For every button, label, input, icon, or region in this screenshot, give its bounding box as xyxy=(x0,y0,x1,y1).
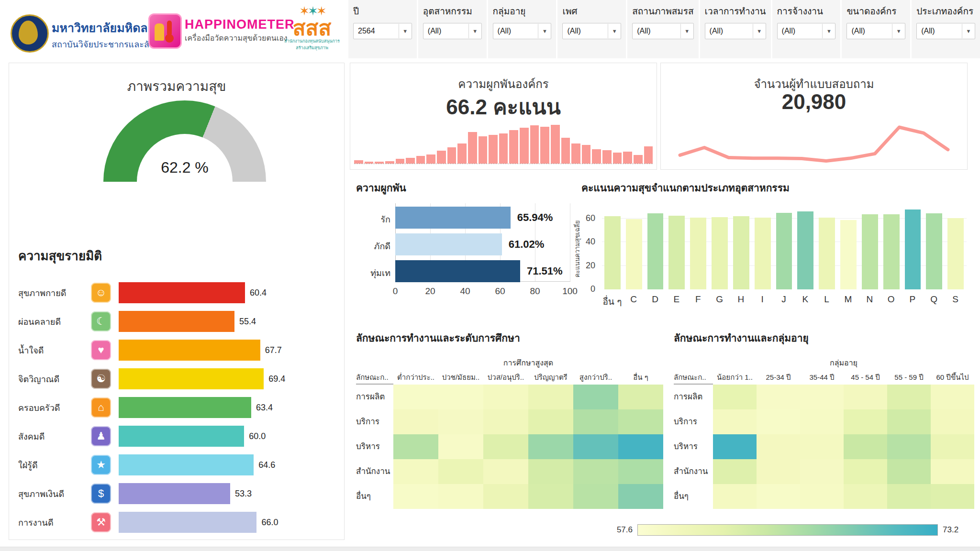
histogram-bar[interactable] xyxy=(385,161,394,164)
heatmap-cell[interactable] xyxy=(931,434,974,459)
histogram-bar[interactable] xyxy=(354,160,363,164)
heatmap-cell[interactable] xyxy=(800,459,844,484)
histogram-bar[interactable] xyxy=(613,153,622,164)
heatmap-cell[interactable] xyxy=(887,385,931,409)
heatmap-cell[interactable] xyxy=(757,434,800,459)
heatmap-cell[interactable] xyxy=(618,484,663,509)
industry-bar[interactable] xyxy=(862,214,878,289)
heatmap-cell[interactable] xyxy=(528,459,573,484)
heatmap-cell[interactable] xyxy=(483,409,528,434)
industry-bar[interactable] xyxy=(690,218,706,289)
dimension-bar[interactable] xyxy=(119,454,254,475)
dimension-bar[interactable] xyxy=(119,483,230,504)
heatmap-cell[interactable] xyxy=(931,459,974,484)
heatmap-cell[interactable] xyxy=(887,459,931,484)
dimension-bar[interactable] xyxy=(119,426,244,447)
heatmap-cell[interactable] xyxy=(573,409,618,434)
filter-dropdown[interactable]: (All)▼ xyxy=(423,23,482,39)
industry-bar[interactable] xyxy=(947,218,964,289)
engagement-bar[interactable] xyxy=(395,260,520,282)
heatmap-cell[interactable] xyxy=(438,434,483,459)
industry-bar[interactable] xyxy=(840,220,857,289)
filter-dropdown[interactable]: (All)▼ xyxy=(632,23,693,39)
histogram-bar[interactable] xyxy=(416,156,425,164)
histogram-bar[interactable] xyxy=(561,138,570,164)
histogram-bar[interactable] xyxy=(509,130,518,164)
heatmap-cell[interactable] xyxy=(757,484,800,509)
industry-bar[interactable] xyxy=(883,214,900,289)
histogram-bar[interactable] xyxy=(396,159,405,164)
filter-dropdown[interactable]: (All)▼ xyxy=(562,23,621,39)
heatmap-cell[interactable] xyxy=(757,409,800,434)
heatmap-cell[interactable] xyxy=(713,409,757,434)
heatmap-cell[interactable] xyxy=(887,434,931,459)
heatmap-cell[interactable] xyxy=(618,385,663,409)
industry-bar[interactable] xyxy=(733,216,749,289)
heatmap-cell[interactable] xyxy=(393,484,438,509)
histogram-bar[interactable] xyxy=(540,127,549,164)
heatmap-cell[interactable] xyxy=(393,434,438,459)
histogram-bar[interactable] xyxy=(437,151,446,164)
heatmap-cell[interactable] xyxy=(528,385,573,409)
industry-bar[interactable] xyxy=(755,218,771,289)
industry-bar[interactable] xyxy=(905,209,921,289)
heatmap-cell[interactable] xyxy=(844,459,887,484)
heatmap-cell[interactable] xyxy=(757,385,800,409)
heatmap-cell[interactable] xyxy=(800,409,844,434)
heatmap-cell[interactable] xyxy=(393,385,438,409)
heatmap-cell[interactable] xyxy=(438,385,483,409)
heatmap-cell[interactable] xyxy=(844,385,887,409)
heatmap-cell[interactable] xyxy=(713,459,757,484)
histogram-bar[interactable] xyxy=(479,136,488,164)
histogram-bar[interactable] xyxy=(582,145,591,164)
histogram-bar[interactable] xyxy=(489,135,498,164)
histogram-bar[interactable] xyxy=(623,152,632,164)
industry-bar[interactable] xyxy=(668,216,685,289)
filter-dropdown[interactable]: (All)▼ xyxy=(916,23,975,39)
histogram-bar[interactable] xyxy=(551,125,560,164)
heatmap-cell[interactable] xyxy=(393,409,438,434)
industry-bar[interactable] xyxy=(647,213,664,289)
filter-dropdown[interactable]: (All)▼ xyxy=(846,23,905,39)
heatmap-cell[interactable] xyxy=(931,409,974,434)
histogram-bar[interactable] xyxy=(571,143,580,164)
dimension-bar[interactable] xyxy=(119,512,256,533)
heatmap-cell[interactable] xyxy=(618,434,663,459)
heatmap-cell[interactable] xyxy=(528,484,573,509)
histogram-bar[interactable] xyxy=(447,147,457,164)
heatmap-cell[interactable] xyxy=(573,434,618,459)
histogram-bar[interactable] xyxy=(634,155,643,164)
heatmap-cell[interactable] xyxy=(713,385,757,409)
heatmap-cell[interactable] xyxy=(713,484,757,509)
histogram-bar[interactable] xyxy=(468,132,477,164)
histogram-bar[interactable] xyxy=(375,162,384,164)
industry-bar[interactable] xyxy=(712,217,728,289)
histogram-bar[interactable] xyxy=(592,149,601,164)
histogram-bar[interactable] xyxy=(602,150,612,164)
heatmap-cell[interactable] xyxy=(528,409,573,434)
heatmap-cell[interactable] xyxy=(438,459,483,484)
histogram-bar[interactable] xyxy=(644,146,653,164)
heatmap-cell[interactable] xyxy=(931,484,974,509)
filter-dropdown[interactable]: (All)▼ xyxy=(705,23,766,39)
dimension-bar[interactable] xyxy=(119,368,264,389)
histogram-bar[interactable] xyxy=(406,158,415,164)
heatmap-cell[interactable] xyxy=(757,459,800,484)
heatmap-cell[interactable] xyxy=(887,409,931,434)
heatmap-cell[interactable] xyxy=(887,484,931,509)
heatmap-cell[interactable] xyxy=(844,409,887,434)
industry-bar[interactable] xyxy=(797,211,813,289)
dimension-bar[interactable] xyxy=(119,340,260,361)
filter-dropdown[interactable]: 2564▼ xyxy=(353,23,412,39)
heatmap-cell[interactable] xyxy=(393,459,438,484)
heatmap-cell[interactable] xyxy=(800,385,844,409)
industry-bar[interactable] xyxy=(776,213,792,289)
dimension-bar[interactable] xyxy=(119,311,234,332)
industry-bar[interactable] xyxy=(926,213,942,289)
engagement-bar[interactable] xyxy=(395,207,511,229)
respondents-line-chart[interactable] xyxy=(666,120,962,165)
heatmap-cell[interactable] xyxy=(483,434,528,459)
filter-dropdown[interactable]: (All)▼ xyxy=(493,23,552,39)
histogram-bar[interactable] xyxy=(426,154,435,164)
heatmap-cell[interactable] xyxy=(844,484,887,509)
